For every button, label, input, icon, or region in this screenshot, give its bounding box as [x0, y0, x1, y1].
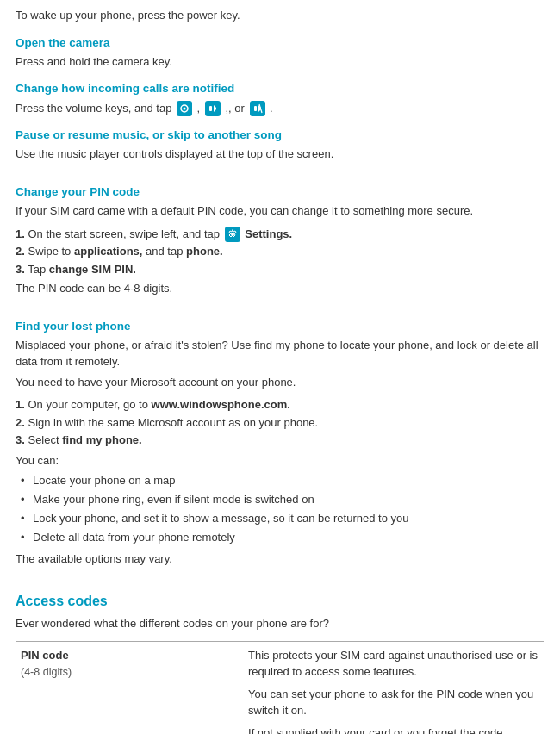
find-phone-step3: 3. Select find my phone. — [16, 432, 544, 449]
svg-point-1 — [184, 108, 186, 110]
bullet-item: Delete all data from your phone remotely — [16, 529, 544, 547]
settings-icon — [225, 227, 240, 242]
svg-rect-2 — [209, 106, 212, 111]
change-pin-digits: The PIN code can be 4-8 digits. — [16, 280, 544, 297]
change-calls-text: Press the volume keys, and tap , ,, or . — [16, 100, 544, 117]
bullet-item: Lock your phone, and set it to show a me… — [16, 510, 544, 528]
open-camera-text: Press and hold the camera key. — [16, 53, 544, 71]
find-phone-note: The available options may vary. — [16, 550, 544, 568]
pin-desc-cell: This protects your SIM card against unau… — [243, 642, 544, 734]
table-row: PIN code (4-8 digits) This protects your… — [16, 642, 544, 734]
sound-icon-1 — [177, 101, 192, 116]
find-phone-bullets: Locate your phone on a map Make your pho… — [16, 472, 544, 546]
bullet-item: Make your phone ring, even if silent mod… — [16, 491, 544, 509]
svg-rect-3 — [254, 106, 257, 111]
change-pin-intro: If your SIM card came with a default PIN… — [16, 202, 544, 220]
change-pin-step2: 2. Swipe to applications, and tap phone. — [16, 243, 544, 260]
find-phone-account: You need to have your Microsoft account … — [16, 374, 544, 391]
pause-music-heading: Pause or resume music, or skip to anothe… — [16, 127, 544, 144]
pause-music-text: Use the music player controls displayed … — [16, 146, 544, 163]
access-codes-table: PIN code (4-8 digits) This protects your… — [16, 642, 544, 734]
change-pin-step3: 3. Tap change SIM PIN. — [16, 261, 544, 278]
access-codes-intro: Ever wondered what the different codes o… — [16, 615, 544, 632]
sound-icon-3 — [250, 101, 265, 116]
sound-icon-2 — [205, 101, 221, 116]
find-phone-intro: Misplaced your phone, or afraid it's sto… — [16, 337, 544, 370]
change-pin-step1: 1. On the start screen, swipe left, and … — [16, 226, 544, 243]
bullet-item: Locate your phone on a map — [16, 472, 544, 490]
change-pin-heading: Change your PIN code — [16, 184, 544, 201]
find-phone-you-can: You can: — [16, 452, 544, 470]
open-camera-heading: Open the camera — [16, 34, 544, 52]
find-phone-step1: 1. On your computer, go to www.windowsph… — [16, 396, 544, 414]
find-phone-step2: 2. Sign in with the same Microsoft accou… — [16, 414, 544, 432]
find-phone-heading: Find your lost phone — [16, 318, 544, 335]
change-calls-heading: Change how incoming calls are notified — [16, 80, 544, 97]
intro-text: To wake up your phone, press the power k… — [16, 7, 544, 24]
access-codes-heading: Access codes — [16, 591, 544, 612]
pin-code-cell: PIN code (4-8 digits) — [16, 642, 243, 734]
